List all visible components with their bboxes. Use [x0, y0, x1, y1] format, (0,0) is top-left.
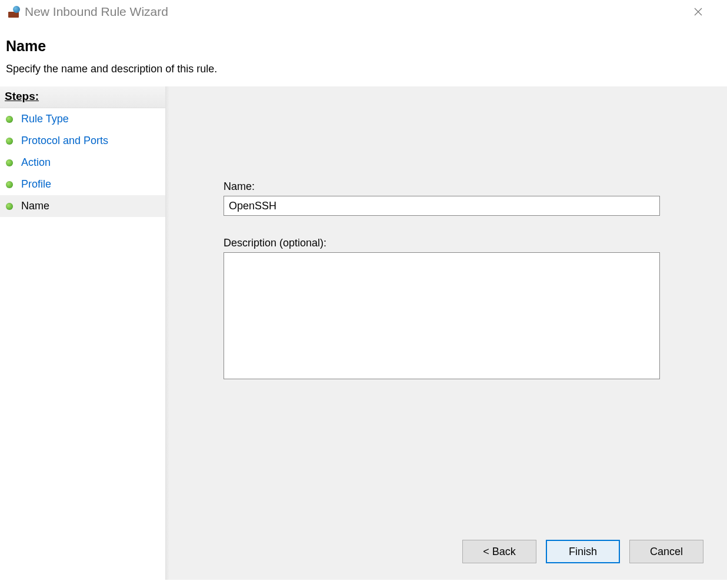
steps-sidebar: Steps: Rule Type Protocol and Ports Acti… [0, 86, 166, 580]
button-row: < Back Finish Cancel [462, 540, 703, 563]
step-name[interactable]: Name [0, 195, 165, 217]
description-input[interactable] [224, 252, 660, 379]
main-panel: Name: Description (optional): < Back Fin… [166, 86, 727, 580]
step-rule-type[interactable]: Rule Type [0, 108, 165, 130]
content-area: Steps: Rule Type Protocol and Ports Acti… [0, 86, 727, 580]
finish-button[interactable]: Finish [546, 540, 620, 563]
wizard-header: Name Specify the name and description of… [0, 24, 727, 86]
step-profile[interactable]: Profile [0, 173, 165, 195]
step-label: Name [21, 200, 49, 212]
step-bullet-icon [6, 138, 13, 145]
step-bullet-icon [6, 203, 13, 210]
steps-heading: Steps: [0, 86, 165, 108]
description-label: Description (optional): [224, 237, 660, 249]
cancel-button[interactable]: Cancel [629, 540, 703, 563]
window-title: New Inbound Rule Wizard [25, 5, 168, 19]
step-label: Action [21, 156, 51, 169]
step-label: Protocol and Ports [21, 135, 108, 147]
close-icon[interactable] [689, 3, 707, 21]
page-subtitle: Specify the name and description of this… [6, 63, 721, 75]
back-button[interactable]: < Back [462, 540, 536, 563]
name-label: Name: [224, 181, 660, 193]
name-input[interactable] [224, 196, 660, 216]
description-group: Description (optional): [224, 237, 660, 382]
page-title: Name [6, 38, 721, 55]
step-bullet-icon [6, 116, 13, 123]
form-area: Name: Description (optional): [178, 86, 715, 382]
step-bullet-icon [6, 181, 13, 188]
step-protocol-and-ports[interactable]: Protocol and Ports [0, 130, 165, 152]
step-bullet-icon [6, 159, 13, 166]
name-group: Name: [224, 181, 660, 216]
titlebar: New Inbound Rule Wizard [0, 0, 727, 24]
step-label: Profile [21, 178, 51, 191]
step-label: Rule Type [21, 113, 69, 125]
firewall-icon [8, 6, 20, 18]
step-action[interactable]: Action [0, 152, 165, 173]
panel-edge [166, 86, 169, 580]
